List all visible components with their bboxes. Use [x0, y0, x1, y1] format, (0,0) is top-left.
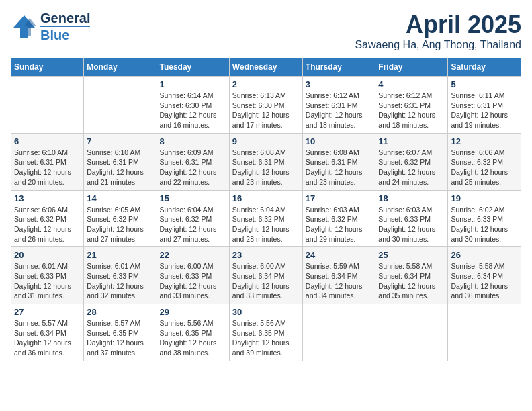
day-number: 7 [87, 136, 153, 146]
day-number: 26 [451, 250, 518, 260]
day-header-monday: Monday [84, 58, 157, 77]
day-info: Sunrise: 5:57 AM Sunset: 6:35 PM Dayligh… [87, 318, 153, 358]
day-number: 1 [160, 79, 226, 89]
calendar-cell: 25Sunrise: 5:58 AM Sunset: 6:34 PM Dayli… [375, 247, 448, 304]
day-info: Sunrise: 6:08 AM Sunset: 6:31 PM Dayligh… [232, 148, 300, 187]
calendar-cell [302, 304, 375, 361]
calendar-cell: 27Sunrise: 5:57 AM Sunset: 6:34 PM Dayli… [11, 304, 84, 361]
day-info: Sunrise: 6:01 AM Sunset: 6:33 PM Dayligh… [14, 261, 81, 301]
calendar-cell: 28Sunrise: 5:57 AM Sunset: 6:35 PM Dayli… [84, 304, 157, 361]
day-info: Sunrise: 6:03 AM Sunset: 6:32 PM Dayligh… [306, 205, 373, 244]
day-info: Sunrise: 6:06 AM Sunset: 6:32 PM Dayligh… [14, 205, 81, 244]
day-header-wednesday: Wednesday [229, 58, 302, 77]
day-number: 22 [160, 250, 226, 260]
day-header-saturday: Saturday [448, 58, 521, 77]
logo: General Blue [11, 11, 90, 42]
day-info: Sunrise: 5:56 AM Sunset: 6:35 PM Dayligh… [232, 318, 300, 358]
calendar-cell: 14Sunrise: 6:05 AM Sunset: 6:32 PM Dayli… [84, 190, 157, 247]
day-number: 30 [232, 307, 300, 317]
day-number: 13 [14, 193, 81, 203]
day-number: 3 [306, 79, 373, 89]
day-header-tuesday: Tuesday [157, 58, 229, 77]
day-info: Sunrise: 6:08 AM Sunset: 6:31 PM Dayligh… [306, 148, 373, 187]
day-number: 18 [378, 193, 445, 203]
calendar-cell: 24Sunrise: 5:59 AM Sunset: 6:34 PM Dayli… [302, 247, 375, 304]
calendar-cell: 10Sunrise: 6:08 AM Sunset: 6:31 PM Dayli… [302, 133, 375, 190]
calendar-table: SundayMondayTuesdayWednesdayThursdayFrid… [11, 58, 521, 361]
day-info: Sunrise: 6:13 AM Sunset: 6:30 PM Dayligh… [232, 91, 300, 130]
day-number: 20 [14, 250, 81, 260]
calendar-cell: 6Sunrise: 6:10 AM Sunset: 6:31 PM Daylig… [11, 133, 84, 190]
calendar-cell [84, 77, 157, 134]
calendar-cell: 11Sunrise: 6:07 AM Sunset: 6:32 PM Dayli… [375, 133, 448, 190]
svg-marker-0 [13, 15, 35, 38]
month-title: April 2025 [355, 11, 521, 39]
calendar-cell: 21Sunrise: 6:01 AM Sunset: 6:33 PM Dayli… [84, 247, 157, 304]
calendar-week-row: 1Sunrise: 6:14 AM Sunset: 6:30 PM Daylig… [11, 77, 521, 134]
day-number: 25 [378, 250, 445, 260]
day-info: Sunrise: 6:04 AM Sunset: 6:32 PM Dayligh… [160, 205, 226, 244]
day-info: Sunrise: 6:03 AM Sunset: 6:33 PM Dayligh… [378, 205, 445, 244]
day-info: Sunrise: 6:06 AM Sunset: 6:32 PM Dayligh… [451, 148, 518, 187]
day-number: 8 [160, 136, 226, 146]
calendar-cell: 23Sunrise: 6:00 AM Sunset: 6:34 PM Dayli… [229, 247, 302, 304]
day-info: Sunrise: 6:11 AM Sunset: 6:31 PM Dayligh… [451, 91, 518, 130]
day-number: 10 [306, 136, 373, 146]
day-info: Sunrise: 6:12 AM Sunset: 6:31 PM Dayligh… [306, 91, 373, 130]
day-number: 27 [14, 307, 81, 317]
calendar-header-row: SundayMondayTuesdayWednesdayThursdayFrid… [11, 58, 521, 77]
calendar-cell: 15Sunrise: 6:04 AM Sunset: 6:32 PM Dayli… [157, 190, 229, 247]
day-number: 17 [306, 193, 373, 203]
logo-line2: Blue [40, 26, 90, 42]
location-title: Sawaeng Ha, Ang Thong, Thailand [355, 39, 521, 51]
day-number: 28 [87, 307, 153, 317]
day-number: 21 [87, 250, 153, 260]
day-info: Sunrise: 6:14 AM Sunset: 6:30 PM Dayligh… [160, 91, 226, 130]
day-info: Sunrise: 5:58 AM Sunset: 6:34 PM Dayligh… [451, 261, 518, 301]
day-number: 19 [451, 193, 518, 203]
calendar-cell: 20Sunrise: 6:01 AM Sunset: 6:33 PM Dayli… [11, 247, 84, 304]
day-info: Sunrise: 6:04 AM Sunset: 6:32 PM Dayligh… [232, 205, 300, 244]
calendar-cell: 17Sunrise: 6:03 AM Sunset: 6:32 PM Dayli… [302, 190, 375, 247]
calendar-cell: 22Sunrise: 6:00 AM Sunset: 6:33 PM Dayli… [157, 247, 229, 304]
day-info: Sunrise: 6:12 AM Sunset: 6:31 PM Dayligh… [378, 91, 445, 130]
calendar-cell: 4Sunrise: 6:12 AM Sunset: 6:31 PM Daylig… [375, 77, 448, 134]
day-info: Sunrise: 6:01 AM Sunset: 6:33 PM Dayligh… [87, 261, 153, 301]
calendar-cell: 19Sunrise: 6:02 AM Sunset: 6:33 PM Dayli… [448, 190, 521, 247]
calendar-week-row: 20Sunrise: 6:01 AM Sunset: 6:33 PM Dayli… [11, 247, 521, 304]
day-header-friday: Friday [375, 58, 448, 77]
calendar-cell: 29Sunrise: 5:56 AM Sunset: 6:35 PM Dayli… [157, 304, 229, 361]
calendar-cell [448, 304, 521, 361]
calendar-week-row: 13Sunrise: 6:06 AM Sunset: 6:32 PM Dayli… [11, 190, 521, 247]
day-info: Sunrise: 5:56 AM Sunset: 6:35 PM Dayligh… [160, 318, 226, 358]
calendar-cell: 7Sunrise: 6:10 AM Sunset: 6:31 PM Daylig… [84, 133, 157, 190]
calendar-week-row: 6Sunrise: 6:10 AM Sunset: 6:31 PM Daylig… [11, 133, 521, 190]
day-number: 11 [378, 136, 445, 146]
calendar-week-row: 27Sunrise: 5:57 AM Sunset: 6:34 PM Dayli… [11, 304, 521, 361]
calendar-cell: 1Sunrise: 6:14 AM Sunset: 6:30 PM Daylig… [157, 77, 229, 134]
calendar-cell: 30Sunrise: 5:56 AM Sunset: 6:35 PM Dayli… [229, 304, 302, 361]
day-number: 14 [87, 193, 153, 203]
day-number: 4 [378, 79, 445, 89]
day-info: Sunrise: 6:00 AM Sunset: 6:34 PM Dayligh… [232, 261, 300, 301]
day-info: Sunrise: 5:58 AM Sunset: 6:34 PM Dayligh… [378, 261, 445, 301]
day-info: Sunrise: 6:10 AM Sunset: 6:31 PM Dayligh… [14, 148, 81, 187]
logo-icon [11, 14, 38, 40]
logo-line1: General [40, 11, 90, 26]
day-header-sunday: Sunday [11, 58, 84, 77]
calendar-cell [375, 304, 448, 361]
day-number: 5 [451, 79, 518, 89]
calendar-cell: 5Sunrise: 6:11 AM Sunset: 6:31 PM Daylig… [448, 77, 521, 134]
day-number: 23 [232, 250, 300, 260]
day-number: 29 [160, 307, 226, 317]
calendar-cell: 9Sunrise: 6:08 AM Sunset: 6:31 PM Daylig… [229, 133, 302, 190]
day-info: Sunrise: 6:00 AM Sunset: 6:33 PM Dayligh… [160, 261, 226, 301]
day-info: Sunrise: 5:59 AM Sunset: 6:34 PM Dayligh… [306, 261, 373, 301]
day-number: 6 [14, 136, 81, 146]
day-number: 12 [451, 136, 518, 146]
calendar-cell: 18Sunrise: 6:03 AM Sunset: 6:33 PM Dayli… [375, 190, 448, 247]
day-info: Sunrise: 6:09 AM Sunset: 6:31 PM Dayligh… [160, 148, 226, 187]
calendar-cell [11, 77, 84, 134]
calendar-cell: 8Sunrise: 6:09 AM Sunset: 6:31 PM Daylig… [157, 133, 229, 190]
day-header-thursday: Thursday [302, 58, 375, 77]
